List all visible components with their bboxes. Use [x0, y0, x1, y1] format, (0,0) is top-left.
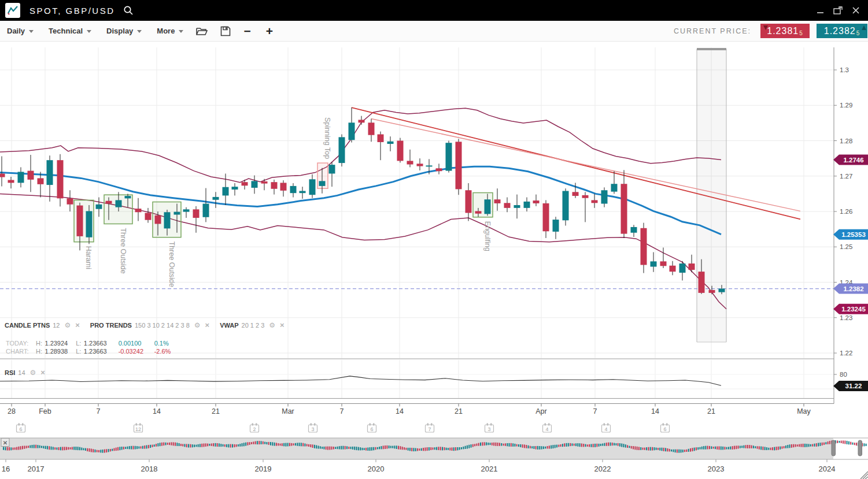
candle[interactable] — [533, 195, 540, 206]
candle[interactable] — [592, 194, 598, 208]
search-icon[interactable] — [123, 5, 134, 16]
timeline-selection[interactable] — [833, 438, 868, 459]
bid-price-badge[interactable]: 1.23815 — [760, 24, 810, 38]
calendar-icon[interactable]: 6 — [17, 424, 25, 433]
candle[interactable] — [193, 206, 200, 233]
popout-button[interactable] — [833, 6, 843, 14]
candle[interactable] — [524, 198, 530, 212]
candle[interactable] — [223, 173, 229, 205]
candle[interactable] — [563, 188, 569, 225]
candle[interactable] — [514, 195, 520, 219]
candle[interactable] — [543, 200, 549, 238]
menu-more[interactable]: More — [157, 27, 183, 35]
candle[interactable] — [641, 223, 647, 273]
timeline-handle[interactable] — [832, 440, 836, 456]
candle[interactable] — [417, 158, 423, 170]
candle[interactable] — [601, 187, 608, 207]
candle[interactable] — [621, 170, 627, 238]
candle[interactable] — [689, 255, 695, 273]
candle[interactable] — [47, 155, 53, 202]
close-icon[interactable]: × — [280, 321, 285, 329]
candle[interactable] — [77, 203, 83, 251]
calendar-icon[interactable]: 4 — [602, 424, 611, 433]
open-folder-icon[interactable] — [196, 26, 208, 36]
calendar-icon[interactable]: 2 — [250, 424, 259, 433]
calendar-icon[interactable]: 6 — [368, 424, 376, 433]
candle[interactable] — [339, 134, 345, 166]
zoom-in-button[interactable]: + — [266, 25, 273, 37]
candlestick-series[interactable] — [0, 107, 725, 294]
close-icon[interactable]: × — [75, 321, 80, 329]
candle[interactable] — [446, 141, 452, 173]
menu-display[interactable]: Display — [106, 27, 142, 35]
candle[interactable] — [368, 119, 375, 142]
candle[interactable] — [494, 188, 501, 211]
candle[interactable] — [670, 261, 676, 276]
timeline-navigator[interactable]: ✕1620172018201920202021202220232024 — [0, 436, 868, 479]
candle[interactable] — [67, 190, 73, 211]
gear-icon[interactable]: ⚙ — [64, 322, 71, 329]
candle[interactable] — [18, 167, 24, 187]
candle[interactable] — [378, 132, 384, 161]
candle[interactable] — [8, 177, 14, 188]
candle[interactable] — [300, 187, 306, 199]
close-icon[interactable]: × — [205, 321, 210, 329]
candle[interactable] — [271, 180, 278, 195]
gear-icon[interactable]: ⚙ — [194, 322, 201, 329]
candle[interactable] — [436, 164, 442, 174]
calendar-icon[interactable]: 3 — [309, 424, 317, 433]
candle[interactable] — [57, 154, 64, 207]
candle[interactable] — [213, 192, 219, 208]
minimize-button[interactable] — [817, 7, 824, 14]
candle[interactable] — [261, 179, 268, 191]
calendar-icon[interactable]: 6 — [661, 424, 670, 433]
candle[interactable] — [611, 171, 618, 194]
close-button[interactable] — [852, 6, 860, 14]
menu-daily[interactable]: Daily — [7, 27, 34, 35]
timeline-handle[interactable] — [858, 440, 862, 456]
calendar-icon[interactable]: 12 — [134, 424, 143, 433]
calendar-icon[interactable]: 3 — [485, 424, 494, 433]
candle[interactable] — [252, 176, 258, 194]
candle[interactable] — [504, 198, 511, 213]
date-axis[interactable]: 28Feb71421Mar71421Apr71421May — [8, 404, 811, 416]
candle[interactable] — [38, 172, 44, 197]
gear-icon[interactable]: ⚙ — [269, 322, 275, 329]
candle[interactable] — [651, 252, 657, 272]
close-icon[interactable]: × — [40, 369, 45, 376]
candle[interactable] — [466, 183, 472, 221]
candle[interactable] — [0, 156, 5, 186]
gear-icon[interactable]: ⚙ — [30, 369, 36, 376]
ask-price-badge[interactable]: 1.23825 — [817, 24, 867, 38]
candle[interactable] — [553, 217, 559, 239]
candle[interactable] — [456, 139, 462, 195]
candle[interactable] — [232, 183, 238, 195]
menu-technical[interactable]: Technical — [49, 27, 91, 35]
price-axis[interactable]: 1.31.291.281.271.261.251.241.231.2280 — [834, 66, 853, 378]
candle[interactable] — [329, 162, 335, 187]
candle[interactable] — [359, 116, 365, 125]
candle[interactable] — [397, 138, 404, 163]
save-icon[interactable] — [220, 26, 231, 36]
timeline-track[interactable] — [0, 438, 833, 459]
candle[interactable] — [135, 198, 142, 221]
calendar-event-badges[interactable]: 61223673446 — [17, 424, 670, 433]
candle[interactable] — [28, 155, 34, 192]
calendar-icon[interactable]: 4 — [543, 424, 552, 433]
timeline-close-button[interactable]: ✕ — [1, 439, 9, 447]
candle[interactable] — [96, 198, 102, 217]
candle[interactable] — [631, 225, 637, 237]
calendar-icon[interactable]: 7 — [426, 424, 434, 433]
candle[interactable] — [679, 261, 686, 281]
candle[interactable] — [280, 180, 287, 196]
candle[interactable] — [203, 188, 209, 222]
candle[interactable] — [309, 174, 316, 198]
price-chart[interactable]: HaramiThree OutsideThree OutsideSpinning… — [0, 42, 868, 436]
candle[interactable] — [183, 207, 190, 218]
candle[interactable] — [407, 150, 413, 168]
candle[interactable] — [349, 107, 355, 143]
zoom-out-button[interactable]: − — [243, 25, 250, 37]
candle[interactable] — [660, 247, 667, 268]
candle[interactable] — [145, 208, 152, 223]
candle[interactable] — [582, 192, 589, 222]
